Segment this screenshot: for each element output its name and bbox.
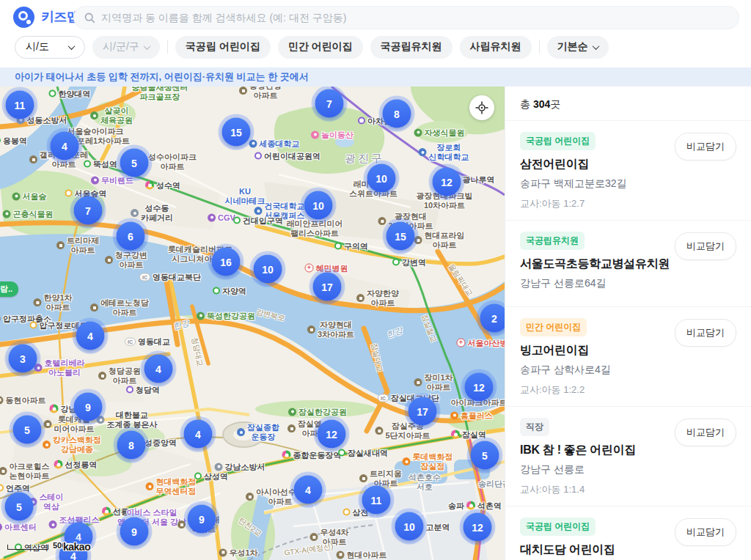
cluster-marker[interactable]: 11 bbox=[6, 91, 34, 119]
cluster-marker[interactable]: 16 bbox=[212, 248, 241, 276]
cluster-marker[interactable]: 17 bbox=[409, 397, 437, 426]
compare-add-button[interactable]: 비교담기 bbox=[675, 319, 736, 347]
cluster-marker[interactable]: 9 bbox=[120, 517, 149, 546]
listing-card[interactable]: 직장IBK 참 ! 좋은 어린이집강남구 선릉로교사:아동 1:1.4비교담기 bbox=[505, 407, 751, 506]
cluster-marker[interactable]: 4 bbox=[184, 420, 213, 449]
compare-add-button[interactable]: 비교담기 bbox=[675, 232, 736, 260]
total-suffix: 곳 bbox=[550, 98, 560, 110]
cluster-marker[interactable]: 2 bbox=[480, 304, 505, 333]
cluster-marker[interactable]: 10 bbox=[395, 512, 424, 541]
cluster-marker[interactable]: 7 bbox=[315, 89, 344, 118]
kakao-attribution: kakao bbox=[63, 541, 90, 553]
cluster-marker[interactable]: 4 bbox=[76, 322, 105, 350]
sigungu-label: 시/군/구 bbox=[103, 40, 139, 54]
search-icon bbox=[84, 12, 95, 23]
compare-add-button[interactable]: 비교담기 bbox=[675, 518, 736, 546]
chevron-down-icon bbox=[592, 43, 599, 50]
cluster-marker[interactable]: 11 bbox=[362, 486, 391, 515]
cluster-marker[interactable]: 15 bbox=[222, 118, 251, 147]
total-count-row: 총 304곳 bbox=[505, 86, 751, 121]
search-bar[interactable] bbox=[73, 6, 739, 29]
cluster-marker[interactable]: 10 bbox=[304, 191, 333, 220]
chevron-down-icon bbox=[68, 43, 76, 50]
total-prefix: 총 bbox=[520, 98, 530, 110]
facility-address: 강남구 선릉로 bbox=[520, 463, 736, 476]
facility-list: 국공립 어린이집삼전어린이집송파구 백제고분로32길교사:아동 1:2.7비교담… bbox=[505, 121, 751, 560]
cluster-marker[interactable]: 12 bbox=[465, 373, 494, 402]
notice-bar[interactable]: 아이가 태어나서 초등 입학 전까지, 어린이집·유치원 비교는 한 곳에서 bbox=[0, 67, 751, 86]
divider bbox=[167, 40, 168, 54]
search-input[interactable] bbox=[101, 12, 728, 23]
category-pill-1[interactable]: 민간 어린이집 bbox=[278, 36, 363, 59]
cluster-marker[interactable]: 12 bbox=[318, 420, 346, 449]
cluster-marker[interactable]: 7 bbox=[74, 196, 103, 225]
app-logo-icon bbox=[13, 7, 34, 28]
teacher-child-ratio: 교사:아동 1:2.2 bbox=[520, 383, 736, 397]
category-pill-0[interactable]: 국공립 어린이집 bbox=[175, 36, 271, 59]
filter-row: 시/도 시/군/구 국공립 어린이집민간 어린이집국공립유치원사립유치원 기본순 bbox=[15, 35, 609, 59]
notice-text: 아이가 태어나서 초등 입학 전까지, 어린이집·유치원 비교는 한 곳에서 bbox=[15, 70, 309, 84]
cluster-marker[interactable]: 5 bbox=[471, 441, 499, 470]
cluster-marker[interactable]: 8 bbox=[383, 100, 411, 128]
listing-card[interactable]: 국공립유치원서울도곡초등학교병설유치원강남구 선릉로64길비교담기 bbox=[505, 221, 751, 307]
chevron-down-icon bbox=[143, 43, 150, 50]
facility-type-badge: 민간 어린이집 bbox=[520, 318, 587, 336]
cluster-markers: 1141578510121076151610172434129517124855… bbox=[0, 86, 505, 560]
cluster-marker[interactable]: 8 bbox=[117, 431, 146, 460]
category-pill-2[interactable]: 국공립유치원 bbox=[370, 36, 453, 59]
sido-label: 시/도 bbox=[26, 40, 49, 54]
map[interactable]: 한양대역중랑물재생센터파크골프장송정건영아파트성동소방서살곶이체육공원서울숲아이… bbox=[0, 86, 505, 560]
crosshair-icon bbox=[475, 101, 488, 114]
results-sidebar: 총 304곳 국공립 어린이집삼전어린이집송파구 백제고분로32길교사:아동 1… bbox=[505, 86, 751, 560]
cluster-marker[interactable]: 5 bbox=[120, 149, 149, 177]
cluster-marker[interactable]: 12 bbox=[433, 168, 461, 196]
cluster-marker[interactable]: 4 bbox=[144, 355, 173, 383]
teacher-child-ratio: 교사:아동 1:1.4 bbox=[520, 483, 736, 496]
teacher-child-ratio: 교사:아동 1:2.7 bbox=[520, 197, 736, 210]
facility-type-badge: 직장 bbox=[520, 418, 549, 436]
current-location-button[interactable] bbox=[469, 95, 494, 120]
cluster-marker[interactable]: 9 bbox=[188, 505, 216, 534]
kidsmap-app: 키즈맵 시/도 시/군/구 국공립 어린이집민간 어린이집국공립유치원사립유치원… bbox=[0, 0, 751, 560]
cluster-marker[interactable]: 9 bbox=[74, 393, 103, 421]
facility-type-badge: 국공립유치원 bbox=[520, 232, 585, 250]
sort-select[interactable]: 기본순 bbox=[547, 36, 609, 59]
facility-address: 송파구 백제고분로32길 bbox=[520, 177, 736, 191]
cluster-marker[interactable]: 12 bbox=[464, 513, 492, 542]
category-pill-3[interactable]: 사립유치원 bbox=[460, 36, 532, 59]
cluster-marker[interactable]: 5 bbox=[13, 416, 42, 444]
category-pills: 국공립 어린이집민간 어린이집국공립유치원사립유치원 bbox=[175, 36, 532, 59]
listing-card[interactable]: 국공립 어린이집대치도담 어린이집강남구 선릉로64길교사:아동 1:2.7비교… bbox=[505, 506, 751, 560]
cluster-marker[interactable]: 4 bbox=[294, 476, 323, 504]
listing-card[interactable]: 민간 어린이집빙고어린이집송파구 삼학사로4길교사:아동 1:2.2비교담기 bbox=[505, 307, 751, 407]
compare-add-button[interactable]: 비교담기 bbox=[675, 419, 736, 446]
cluster-marker[interactable]: 5 bbox=[5, 493, 34, 521]
facility-address: 송파구 삼학사로4길 bbox=[520, 364, 736, 377]
cluster-marker[interactable]: 10 bbox=[254, 255, 282, 284]
scale-bar-line bbox=[7, 545, 48, 550]
sort-label: 기본순 bbox=[557, 40, 588, 54]
cluster-marker[interactable]: 4 bbox=[51, 132, 79, 161]
cluster-marker[interactable]: 10 bbox=[367, 164, 396, 193]
sigungu-select[interactable]: 시/군/구 bbox=[92, 36, 160, 59]
logo[interactable]: 키즈맵 bbox=[13, 5, 80, 29]
listing-card[interactable]: 국공립 어린이집삼전어린이집송파구 백제고분로32길교사:아동 1:2.7비교담… bbox=[505, 121, 751, 221]
header: 키즈맵 시/도 시/군/구 국공립 어린이집민간 어린이집국공립유치원사립유치원… bbox=[0, 0, 751, 67]
total-count: 304 bbox=[533, 98, 550, 110]
facility-type-badge: 국공립 어린이집 bbox=[520, 517, 596, 536]
sido-select[interactable]: 시/도 bbox=[15, 36, 85, 59]
facility-type-badge: 국공립 어린이집 bbox=[520, 132, 596, 150]
compare-add-button[interactable]: 비교담기 bbox=[675, 133, 736, 161]
divider bbox=[539, 40, 540, 54]
cluster-marker[interactable]: 3 bbox=[9, 345, 37, 373]
cluster-marker[interactable]: 17 bbox=[313, 273, 342, 301]
facility-address: 강남구 선릉로64길 bbox=[520, 277, 736, 290]
cluster-marker[interactable]: 6 bbox=[117, 222, 145, 251]
cluster-marker[interactable]: 15 bbox=[387, 222, 415, 251]
